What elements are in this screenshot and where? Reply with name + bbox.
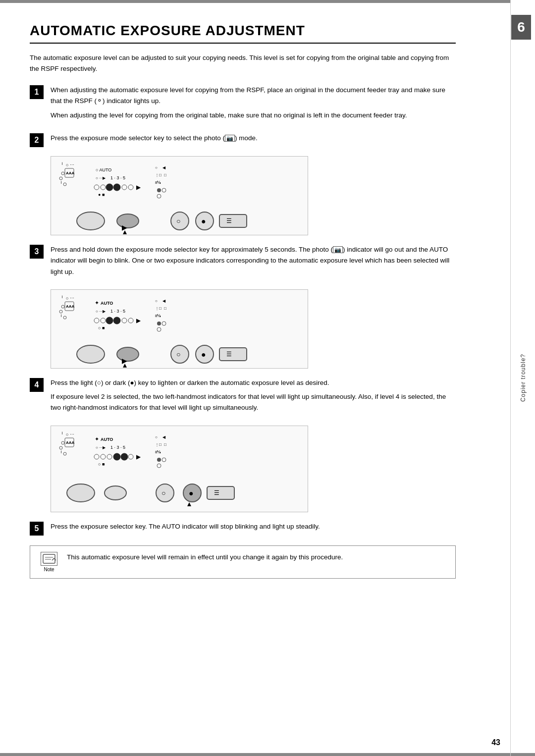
svg-text:○ ■: ○ ■: [98, 462, 105, 467]
diagram-svg-step3: ╵ ○ ⋯ AAA ╵ ✦ AUTO ○ ···▶ 1 · 3 · 5: [51, 289, 308, 369]
note-icon: Note: [38, 552, 60, 572]
note-box: Note This automatic exposure level will …: [30, 545, 456, 579]
svg-text:□: □: [164, 306, 166, 311]
svg-text:○: ○: [155, 165, 158, 170]
step-5: 5 Press the exposure selector key. The A…: [30, 521, 456, 536]
step-text-5: Press the exposure selector key. The AUT…: [51, 521, 456, 535]
svg-point-11: [94, 185, 99, 190]
svg-point-26: [157, 194, 161, 198]
svg-point-104: [105, 486, 126, 500]
svg-text:●: ●: [201, 217, 206, 225]
intro-text: The automatic exposure level can be adju…: [30, 53, 456, 74]
svg-text:○ AUTO: ○ AUTO: [96, 167, 111, 172]
svg-point-79: [61, 441, 64, 444]
svg-point-52: [113, 317, 120, 324]
svg-text:✦: ✦: [95, 300, 99, 306]
svg-text:○: ○: [176, 217, 180, 225]
svg-point-44: [63, 316, 66, 319]
step-2: 2 Press the exposure mode selector key t…: [30, 133, 456, 147]
svg-point-50: [101, 318, 106, 323]
svg-point-41: [61, 305, 64, 308]
note-label: Note: [44, 567, 54, 572]
diagram-step2: ╵ ○ ⋯ AAA ╵ ○ AUTO ○ ···▶ 1 · 3 · 5: [51, 156, 456, 235]
svg-text:● ■: ● ■: [98, 192, 105, 197]
svg-text:▴: ▴: [123, 227, 127, 235]
svg-text:○ ···▶: ○ ···▶: [96, 176, 106, 180]
svg-text:╵: ╵: [61, 162, 63, 167]
svg-text:◀: ◀: [162, 299, 166, 303]
svg-rect-109: [207, 486, 234, 499]
step-text-3: Press and hold down the exposure mode se…: [51, 244, 456, 280]
step-number-1: 1: [30, 85, 44, 99]
svg-text:╵: ╵: [61, 432, 63, 437]
svg-point-13: [106, 184, 113, 191]
page-title: AUTOMATIC EXPOSURE ADJUSTMENT: [30, 23, 456, 44]
step4-para1: Press the light (○) or dark (●) key to l…: [51, 378, 456, 388]
svg-text:╵: ╵: [60, 450, 62, 456]
svg-text:☰: ☰: [226, 217, 232, 224]
svg-text:╵: ╵: [61, 295, 63, 301]
step1-para1: When adjusting the automatic exposure le…: [51, 85, 456, 107]
svg-text:▴: ▴: [187, 499, 191, 508]
svg-text:▴: ▴: [123, 361, 127, 369]
svg-point-90: [113, 453, 120, 460]
diagram-svg-step4: ╵ ○ ⋯ AAA ╵ ✦ AUTO ○ ···▶ 1 · 3 · 5: [51, 426, 308, 512]
step-4: 4 Press the light (○) or dark (●) key to…: [30, 378, 456, 417]
svg-point-16: [128, 185, 133, 190]
svg-point-25: [162, 188, 166, 192]
svg-point-28: [117, 214, 139, 228]
svg-point-101: [162, 458, 166, 462]
main-content: AUTOMATIC EXPOSURE ADJUSTMENT The automa…: [0, 3, 485, 756]
svg-point-49: [94, 318, 99, 323]
svg-point-42: [59, 310, 62, 313]
svg-text:◀: ◀: [162, 165, 166, 170]
diagram-step3: ╵ ○ ⋯ AAA ╵ ✦ AUTO ○ ···▶ 1 · 3 · 5: [51, 289, 456, 369]
svg-text:☰: ☰: [226, 351, 232, 358]
step-text-4: Press the light (○) or dark (●) key to l…: [51, 378, 456, 417]
svg-text:8⅓: 8⅓: [155, 314, 161, 318]
svg-text:○: ○: [155, 299, 158, 303]
svg-point-62: [157, 322, 161, 325]
svg-text:☰: ☰: [214, 489, 219, 496]
svg-text:▶: ▶: [136, 184, 141, 190]
step1-para2: When adjusting the level for copying fro…: [51, 110, 456, 121]
svg-text:○ ⋯: ○ ⋯: [66, 296, 74, 301]
step2-para1: Press the exposure mode selector key to …: [51, 133, 456, 144]
svg-text:○ ⋯: ○ ⋯: [66, 432, 74, 437]
step-text-1: When adjusting the automatic exposure le…: [51, 85, 456, 124]
step3-para1: Press and hold down the exposure mode se…: [51, 244, 456, 277]
svg-rect-34: [219, 215, 247, 227]
svg-text:AUTO: AUTO: [101, 301, 113, 306]
svg-text:╵: ╵: [60, 181, 62, 186]
svg-point-87: [94, 454, 99, 459]
step-text-2: Press the exposure mode selector key to …: [51, 133, 456, 147]
svg-point-65: [77, 345, 105, 363]
note-icon-img: [41, 552, 57, 566]
svg-text:1 · 3 · 5: 1 · 3 · 5: [110, 175, 125, 180]
svg-point-82: [63, 452, 66, 455]
svg-text:○ ···▶: ○ ···▶: [96, 309, 106, 314]
tab-label: Copier trouble?: [520, 354, 527, 402]
svg-text:8⅓: 8⅓: [155, 450, 161, 454]
svg-point-54: [128, 318, 133, 323]
svg-point-27: [77, 212, 105, 230]
svg-point-4: [61, 172, 64, 175]
svg-text:▶: ▶: [136, 318, 141, 324]
svg-point-91: [121, 453, 128, 460]
svg-point-63: [162, 322, 166, 325]
svg-text:□: □: [164, 442, 166, 447]
svg-point-7: [63, 183, 66, 186]
right-tab: 6 Copier trouble?: [510, 0, 535, 756]
svg-text:○ ···▶: ○ ···▶: [96, 445, 106, 450]
svg-text:●: ●: [201, 350, 206, 359]
step-1: 1 When adjusting the automatic exposure …: [30, 85, 456, 124]
svg-point-53: [122, 318, 127, 323]
step-number-3: 3: [30, 245, 44, 259]
svg-point-102: [157, 464, 161, 468]
svg-point-88: [101, 454, 106, 459]
step4-para2: If exposure level 2 is selected, the two…: [51, 391, 456, 414]
svg-text:○: ○: [155, 435, 158, 439]
svg-point-80: [59, 446, 62, 449]
step-number-4: 4: [30, 378, 44, 392]
page-container: AUTOMATIC EXPOSURE ADJUSTMENT The automa…: [0, 0, 535, 756]
